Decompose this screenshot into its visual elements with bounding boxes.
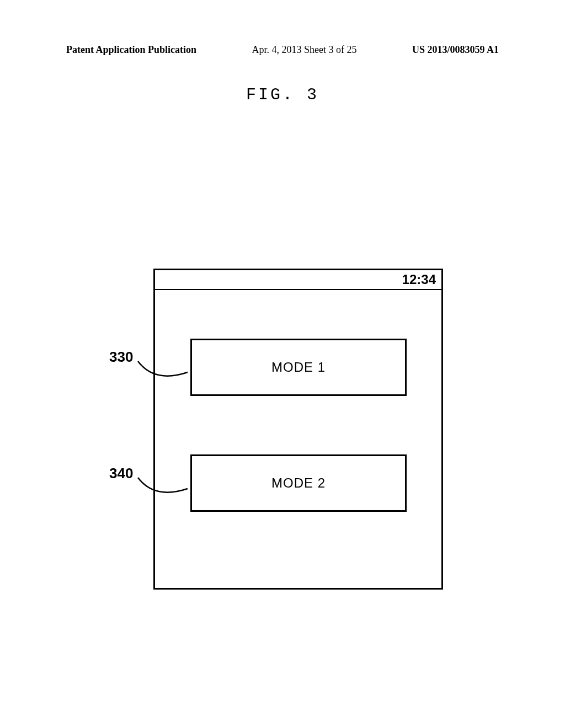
device-frame: 12:34 MODE 1 MODE 2 <box>153 269 443 590</box>
mode-1-button[interactable]: MODE 1 <box>190 339 407 396</box>
mode-2-label: MODE 2 <box>271 475 326 491</box>
status-bar: 12:34 <box>155 270 441 290</box>
figure-title: FIG. 3 <box>246 85 319 104</box>
page-header: Patent Application Publication Apr. 4, 2… <box>0 44 565 56</box>
mode-1-label: MODE 1 <box>271 360 326 375</box>
reference-numeral-340: 340 <box>109 465 133 482</box>
status-time: 12:34 <box>402 272 436 287</box>
publication-label: Patent Application Publication <box>66 44 196 56</box>
patent-number: US 2013/0083059 A1 <box>412 44 499 56</box>
sheet-info: Apr. 4, 2013 Sheet 3 of 25 <box>252 44 357 56</box>
mode-2-button[interactable]: MODE 2 <box>190 454 407 512</box>
reference-numeral-330: 330 <box>109 349 133 366</box>
